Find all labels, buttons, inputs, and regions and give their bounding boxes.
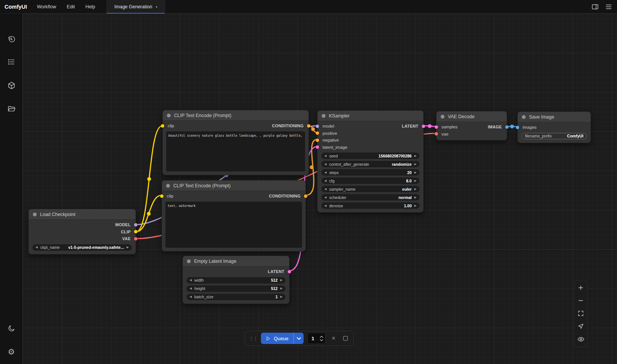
input-port-vae[interactable] [435, 132, 438, 136]
widget-denoise[interactable]: ◀ denoise 1.00 ▶ [321, 202, 420, 209]
node-header[interactable]: CLIP Text Encode (Prompt) [163, 110, 308, 121]
increment-arrow-icon[interactable]: ▶ [280, 287, 282, 290]
menu-workflow[interactable]: Workflow [32, 0, 62, 14]
sidebar-item-node-library[interactable] [0, 77, 23, 94]
increment-arrow-icon[interactable]: ▶ [414, 196, 416, 199]
collapse-dot[interactable] [522, 115, 526, 119]
output-port-latent[interactable] [288, 270, 291, 273]
increment-arrow-icon[interactable]: ▶ [414, 154, 416, 157]
increment-arrow-icon[interactable]: ▶ [414, 204, 416, 207]
decrement-arrow-icon[interactable]: ◀ [324, 179, 327, 182]
widget-ckpt-name[interactable]: ◀ ckpt_name v1-5-pruned-emaonly.safete..… [32, 244, 132, 251]
widget-seed[interactable]: ◀ seed 156680208700286 ▶ [321, 153, 420, 159]
output-port-conditioning[interactable] [304, 194, 307, 198]
widget-cfg[interactable]: ◀ cfg 8.0 ▶ [321, 177, 420, 184]
toggle-panel-icon[interactable] [591, 3, 599, 11]
fit-view-button[interactable] [577, 310, 584, 317]
decrement-arrow-icon[interactable]: ◀ [190, 279, 192, 282]
increment-arrow-icon[interactable]: ▶ [280, 295, 282, 298]
hamburger-menu-icon[interactable] [605, 3, 612, 11]
select-mode-button[interactable] [577, 323, 584, 330]
collapse-dot[interactable] [167, 114, 171, 117]
widget-steps[interactable]: ◀ steps 20 ▶ [321, 169, 420, 176]
collapse-dot[interactable] [441, 115, 444, 119]
queue-button[interactable]: Queue [261, 333, 304, 344]
zoom-out-button[interactable] [577, 297, 584, 304]
collapse-dot[interactable] [322, 114, 325, 118]
increment-arrow-icon[interactable]: ▶ [280, 279, 282, 282]
widget-scheduler[interactable]: ◀ scheduler normal ▶ [321, 194, 420, 201]
increment-arrow-icon[interactable]: ▶ [414, 179, 416, 182]
node-header[interactable]: CLIP Text Encode (Prompt) [162, 180, 305, 191]
output-port-latent[interactable] [422, 125, 425, 128]
decrement-arrow-icon[interactable]: ◀ [324, 154, 327, 157]
menu-edit[interactable]: Edit [62, 0, 80, 14]
input-label-samples: samples [441, 125, 458, 129]
decrement-arrow-icon[interactable]: ◀ [190, 287, 192, 290]
collapse-dot[interactable] [187, 259, 191, 263]
widget-filename-prefix[interactable]: filename_prefix ComfyUI [521, 133, 587, 139]
input-port-positive[interactable] [316, 131, 319, 135]
node-header[interactable]: Save Image [518, 112, 591, 122]
node-header[interactable]: KSampler [318, 111, 423, 121]
stepper-down-icon[interactable] [320, 339, 323, 341]
input-port-clip[interactable] [160, 194, 164, 198]
output-port-vae[interactable] [134, 237, 137, 241]
menu-help[interactable]: Help [80, 0, 100, 14]
decrement-arrow-icon[interactable]: ◀ [324, 171, 327, 174]
decrement-arrow-icon[interactable]: ◀ [190, 295, 192, 298]
decrement-arrow-icon[interactable]: ◀ [324, 196, 327, 199]
increment-arrow-icon[interactable]: ▶ [414, 188, 416, 191]
zoom-in-button[interactable] [577, 284, 584, 291]
drag-handle-icon[interactable]: ⋮⋮ [249, 336, 257, 341]
collapse-dot[interactable] [166, 184, 170, 188]
queue-options-dropdown[interactable] [293, 333, 304, 344]
input-port-latent-image[interactable] [316, 145, 319, 149]
input-port-model[interactable] [316, 125, 319, 128]
input-label-positive: positive [322, 131, 337, 136]
prompt-textarea[interactable]: text, watermark [165, 202, 302, 248]
widget-sampler-name[interactable]: ◀ sampler_name euler ▶ [321, 186, 420, 192]
output-port-model[interactable] [134, 223, 137, 227]
theme-toggle-button[interactable] [0, 320, 23, 336]
input-port-images[interactable] [516, 126, 519, 129]
toggle-visibility-button[interactable] [577, 336, 585, 343]
sidebar-item-workflows[interactable] [0, 100, 23, 117]
tab-image-generation[interactable]: Image Generation ● [106, 0, 165, 14]
input-port-negative[interactable] [316, 139, 319, 142]
output-port-conditioning[interactable] [307, 124, 310, 128]
decrement-arrow-icon[interactable]: ◀ [324, 163, 327, 166]
increment-arrow-icon[interactable]: ▶ [414, 171, 416, 174]
node-header[interactable]: Empty Latent Image [183, 256, 289, 267]
node-empty-latent-image[interactable]: Empty Latent Image LATENT ◀ width 512 ▶ … [182, 256, 290, 304]
sidebar-item-queue[interactable] [0, 54, 23, 70]
output-port-image[interactable] [505, 125, 509, 129]
decrement-arrow-icon[interactable]: ◀ [35, 246, 38, 249]
clear-queue-button[interactable]: × [329, 334, 338, 342]
settings-button[interactable]: ⚙ [0, 343, 23, 360]
collapse-dot[interactable] [33, 213, 37, 216]
decrement-arrow-icon[interactable]: ◀ [324, 188, 327, 191]
widget-control-after-generate[interactable]: ◀ control_after_generate randomize ▶ [321, 161, 420, 167]
decrement-arrow-icon[interactable]: ◀ [324, 204, 327, 207]
batch-count-stepper[interactable]: 1 [307, 333, 325, 344]
stepper-up-icon[interactable] [320, 336, 323, 338]
widget-batch-size[interactable]: ◀ batch_size 1 ▶ [187, 294, 285, 300]
widget-width[interactable]: ◀ width 512 ▶ [187, 277, 285, 284]
node-header[interactable]: Load Checkpoint [29, 209, 136, 220]
sidebar-item-history[interactable] [0, 31, 23, 48]
increment-arrow-icon[interactable]: ▶ [126, 246, 129, 249]
node-load-checkpoint[interactable]: Load Checkpoint MODEL CLIP VAE ◀ ckpt_na… [28, 209, 136, 254]
node-clip-text-encode-positive[interactable]: CLIP Text Encode (Prompt) clip CONDITION… [162, 110, 309, 175]
node-header[interactable]: VAE Decode [437, 111, 507, 122]
input-port-clip[interactable] [161, 124, 164, 128]
stop-button[interactable] [341, 334, 350, 342]
widget-height[interactable]: ◀ height 512 ▶ [187, 285, 285, 292]
node-ksampler[interactable]: KSampler model LATENT positive negative … [317, 110, 424, 213]
node-save-image[interactable]: Save Image images filename_prefix ComfyU… [517, 111, 591, 143]
increment-arrow-icon[interactable]: ▶ [414, 163, 416, 166]
node-vae-decode[interactable]: VAE Decode samples IMAGE vae [436, 111, 507, 140]
node-clip-text-encode-negative[interactable]: CLIP Text Encode (Prompt) clip CONDITION… [162, 180, 306, 251]
prompt-textarea[interactable]: beautiful scenery nature glass bottle la… [166, 131, 305, 171]
input-port-samples[interactable] [435, 125, 438, 129]
